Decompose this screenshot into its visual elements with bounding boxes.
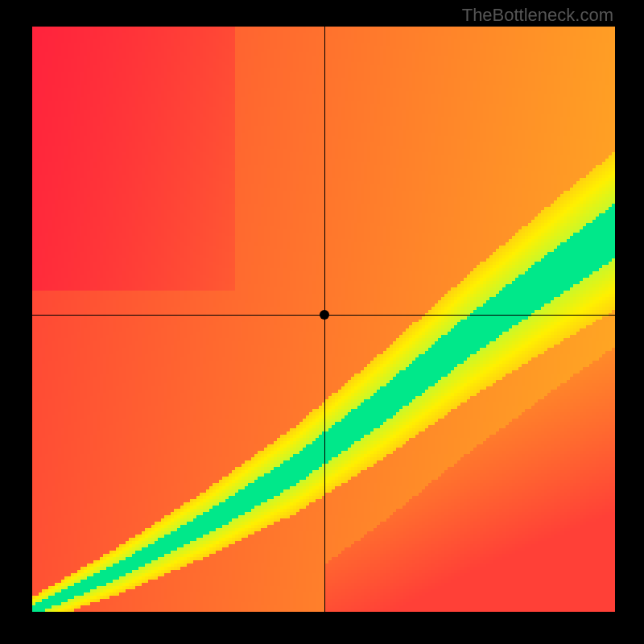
data-marker — [320, 310, 329, 320]
plot-area — [32, 27, 615, 612]
watermark-text: TheBottleneck.com — [462, 5, 613, 26]
